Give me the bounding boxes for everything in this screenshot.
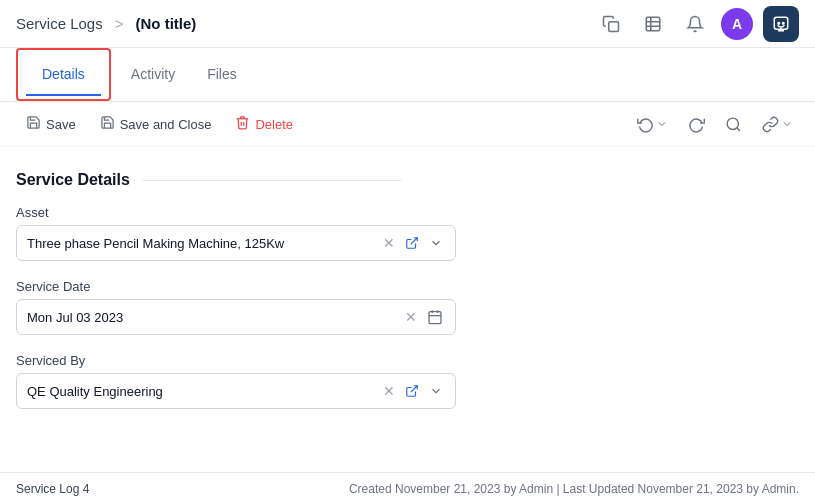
serviced-by-chevron-button[interactable] [427,382,445,400]
refresh-icon [688,116,705,133]
search-button[interactable] [719,112,748,137]
delete-button[interactable]: Delete [225,110,303,138]
history-button[interactable] [631,112,674,137]
serviced-by-input[interactable]: QE Quality Engineering ✕ [16,373,456,409]
chevron-down-icon [656,118,668,130]
svg-rect-11 [429,312,441,324]
breadcrumb-separator: > [115,15,124,32]
svg-line-9 [737,127,740,130]
tab-details[interactable]: Details [26,54,101,96]
asset-label: Asset [16,205,456,220]
breadcrumb-service-logs[interactable]: Service Logs [16,15,103,32]
asset-field-group: Asset Three phase Pencil Making Machine,… [16,205,456,261]
content-area: Service Details Asset Three phase Pencil… [0,147,815,443]
avatar[interactable]: A [721,8,753,40]
chatbot-icon [772,15,790,33]
svg-point-7 [783,22,785,24]
toolbar-left: Save Save and Close Delete [16,110,303,138]
breadcrumb-current: (No title) [135,15,196,32]
asset-chevron-button[interactable] [427,234,445,252]
serviced-by-label: Serviced By [16,353,456,368]
svg-point-6 [778,22,780,24]
bell-icon-button[interactable] [679,8,711,40]
svg-rect-1 [646,17,660,31]
toolbar: Save Save and Close Delete [0,102,815,147]
tab-activity[interactable]: Activity [115,54,191,96]
asset-input[interactable]: Three phase Pencil Making Machine, 125Kw… [16,225,456,261]
chevron-down-link-icon [781,118,793,130]
save-close-button[interactable]: Save and Close [90,110,222,138]
toolbar-right [631,112,799,137]
table-icon [644,15,662,33]
service-date-value: Mon Jul 03 2023 [27,310,397,325]
link-button[interactable] [756,112,799,137]
save-icon [26,115,41,133]
refresh-button[interactable] [682,112,711,137]
service-date-input[interactable]: Mon Jul 03 2023 ✕ [16,299,456,335]
save-button[interactable]: Save [16,110,86,138]
serviced-by-open-button[interactable] [403,382,421,400]
tab-details-wrapper: Details [16,48,111,101]
chatbot-button[interactable] [763,6,799,42]
service-date-clear-button[interactable]: ✕ [403,307,419,327]
service-date-field-group: Service Date Mon Jul 03 2023 ✕ [16,279,456,335]
header-actions: A [595,6,799,42]
header: Service Logs > (No title) A [0,0,815,48]
svg-rect-0 [609,21,619,31]
tab-files[interactable]: Files [191,54,253,96]
svg-line-10 [411,238,417,244]
service-date-calendar-button[interactable] [425,307,445,327]
bell-icon [686,15,704,33]
link-icon [762,116,779,133]
save-close-icon [100,115,115,133]
table-icon-button[interactable] [637,8,669,40]
serviced-by-value: QE Quality Engineering [27,384,375,399]
search-icon [725,116,742,133]
section-title: Service Details [16,171,799,189]
tab-bar: Details Activity Files [0,48,815,102]
serviced-by-clear-button[interactable]: ✕ [381,381,397,401]
save-label: Save [46,117,76,132]
svg-point-8 [727,118,738,129]
asset-open-button[interactable] [403,234,421,252]
copy-icon-button[interactable] [595,8,627,40]
copy-icon [602,15,620,33]
asset-clear-button[interactable]: ✕ [381,233,397,253]
svg-line-15 [411,386,417,392]
history-icon [637,116,654,133]
breadcrumb: Service Logs > (No title) [16,15,196,32]
serviced-by-field-group: Serviced By QE Quality Engineering ✕ [16,353,456,409]
delete-icon [235,115,250,133]
service-date-label: Service Date [16,279,456,294]
asset-value: Three phase Pencil Making Machine, 125Kw [27,236,375,251]
save-close-label: Save and Close [120,117,212,132]
delete-label: Delete [255,117,293,132]
